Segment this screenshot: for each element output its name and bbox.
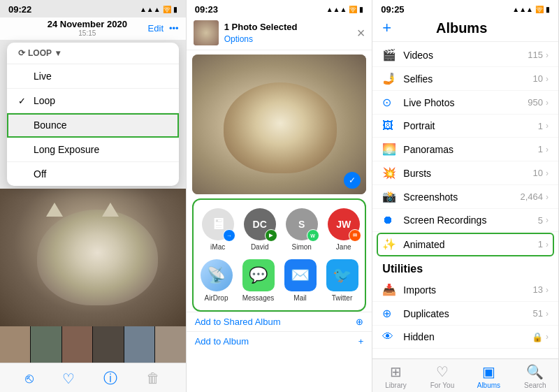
add-album-button[interactable]: + (382, 19, 391, 37)
p3-battery-icon: ▮ (546, 6, 550, 13)
p2-signal-icon: ▲▲▲ (326, 6, 347, 13)
chevron-right-icon-9: › (546, 240, 549, 249)
filmstrip-thumb-4[interactable] (93, 326, 123, 363)
contact-david[interactable]: DC ▶ David (244, 208, 276, 251)
shared-album-icon: ⊕ (356, 317, 363, 327)
simon-badge: W (307, 229, 319, 242)
bursts-icon: 💥 (382, 166, 398, 180)
album-row-bursts[interactable]: 💥 Bursts 10 › (372, 161, 558, 185)
contact-simon[interactable]: S W Simon (286, 208, 318, 251)
tab-albums[interactable]: ▣ Albums (465, 363, 511, 389)
search-tab-icon: 🔍 (526, 363, 544, 380)
filmstrip-thumb-2[interactable] (31, 326, 61, 363)
duplicates-count: 51 (533, 308, 543, 319)
add-album-icon: + (358, 336, 364, 347)
airdrop-icon: 📡 (201, 259, 233, 291)
videos-count: 115 (528, 50, 543, 60)
imac-avatar: 🖥 → (202, 208, 234, 240)
imac-badge: → (223, 229, 235, 242)
cat-ear-right (102, 203, 119, 217)
cat-face-1 (37, 210, 158, 306)
add-album-row[interactable]: Add to Album + (187, 331, 372, 351)
chevron-right-icon-12: › (546, 332, 549, 342)
imports-count: 13 (533, 284, 543, 295)
live-photos-icon: ⊙ (382, 96, 398, 109)
contacts-row: 🖥 → iMac DC ▶ David S (198, 205, 361, 256)
app-twitter[interactable]: 🐦 Twitter (326, 259, 358, 302)
tab-search[interactable]: 🔍 Search (512, 363, 558, 389)
options-button[interactable]: Options (224, 34, 253, 44)
app-airdrop[interactable]: 📡 AirDrop (201, 259, 233, 302)
filmstrip-thumb-3[interactable] (62, 326, 92, 363)
dropdown-item-loop[interactable]: ✓ Loop (7, 89, 179, 113)
chevron-right-icon-3: › (546, 98, 549, 108)
add-shared-album-row[interactable]: Add to Shared Album ⊕ (187, 312, 372, 331)
david-badge: ▶ (265, 229, 277, 242)
animated-icon: ✨ (382, 238, 398, 251)
more-button[interactable]: ••• (169, 23, 179, 34)
p1-status-icons: ▲▲▲ 🛜 ▮ (140, 6, 177, 13)
hidden-label: Hidden (403, 331, 532, 342)
album-row-videos[interactable]: 🎬 Videos 115 › (372, 43, 558, 67)
filmstrip-thumb-1[interactable] (0, 326, 30, 363)
heart-icon[interactable]: ♡ (62, 370, 75, 387)
album-row-screen-recordings[interactable]: ⏺ Screen Recordings 5 › (372, 209, 558, 232)
dropdown-item-off[interactable]: Off (7, 162, 179, 186)
filmstrip-thumb-6[interactable] (155, 326, 185, 363)
bursts-label: Bursts (403, 168, 532, 179)
cat-ear-left (46, 203, 63, 217)
jane-avatar: JW ✉ (328, 208, 360, 240)
tab-for-you[interactable]: ♡ For You (419, 363, 465, 389)
library-tab-label: Library (385, 382, 407, 389)
album-row-live-photos[interactable]: ⊙ Live Photos 950 › (372, 91, 558, 115)
album-row-panoramas[interactable]: 🌅 Panoramas 1 › (372, 138, 558, 161)
album-row-hidden[interactable]: 👁 Hidden 🔒 › (372, 326, 558, 349)
jane-badge: ✉ (349, 229, 361, 242)
p3-header: + Albums (372, 17, 558, 42)
trash-icon[interactable]: 🗑 (146, 370, 160, 386)
chevron-right-icon-5: › (546, 145, 549, 154)
selected-thumbnail (194, 20, 219, 45)
chevron-right-icon-10: › (546, 285, 549, 295)
battery-icon: ▮ (173, 6, 177, 13)
portrait-icon: 🖼 (382, 119, 398, 132)
selfies-icon: 🤳 (382, 72, 398, 85)
dropdown-item-long-exposure[interactable]: Long Exposure (7, 138, 179, 162)
messages-icon: 💬 (242, 259, 275, 291)
share-icon[interactable]: ⎋ (25, 370, 34, 386)
dropdown-item-bounce[interactable]: Bounce (7, 113, 179, 138)
contact-imac[interactable]: 🖥 → iMac (202, 208, 234, 251)
screen-recordings-count: 5 (538, 215, 543, 226)
panel1: 09:22 ▲▲▲ 🛜 ▮ 24 November 2020 15:15 Edi… (0, 0, 187, 392)
edit-button[interactable]: Edit (148, 23, 164, 34)
screenshots-icon: 📸 (382, 190, 398, 203)
live-photos-count: 950 (528, 97, 543, 108)
album-row-screenshots[interactable]: 📸 Screenshots 2,464 › (372, 185, 558, 209)
tab-library[interactable]: ⊞ Library (372, 363, 419, 389)
chevron-right-icon-7: › (546, 192, 549, 202)
contact-jane[interactable]: JW ✉ Jane (328, 208, 360, 251)
dropdown-item-live[interactable]: Live (7, 64, 179, 89)
close-button[interactable]: × (357, 25, 365, 41)
utilities-section-title: Utilities (372, 257, 558, 278)
cat-face-2 (224, 82, 337, 173)
imports-icon: 📥 (382, 283, 398, 296)
p2-main-photo: ✓ (192, 55, 367, 194)
app-mail[interactable]: ✉️ Mail (284, 259, 317, 302)
chevron-right-icon-8: › (546, 215, 549, 225)
simon-avatar: S W (286, 208, 318, 240)
album-row-portrait[interactable]: 🖼 Portrait 1 › (372, 115, 558, 138)
albums-title: Albums (391, 20, 532, 36)
album-row-animated[interactable]: ✨ Animated 1 › (377, 233, 554, 256)
album-row-selfies[interactable]: 🤳 Selfies 10 › (372, 67, 558, 91)
info-icon[interactable]: ⓘ (103, 369, 117, 388)
dropdown-header: ⟳ LOOP ▾ (7, 43, 179, 64)
album-row-imports[interactable]: 📥 Imports 13 › (372, 278, 558, 302)
imports-label: Imports (403, 284, 532, 296)
date-line: 24 November 2020 15:15 (48, 19, 127, 37)
album-row-duplicates[interactable]: ⊕ Duplicates 51 › (372, 302, 558, 326)
chevron-icon: ▾ (56, 48, 60, 58)
p1-header: 24 November 2020 15:15 Edit ••• (0, 17, 186, 40)
filmstrip-thumb-5[interactable] (124, 326, 154, 363)
app-messages[interactable]: 💬 Messages (242, 259, 275, 302)
